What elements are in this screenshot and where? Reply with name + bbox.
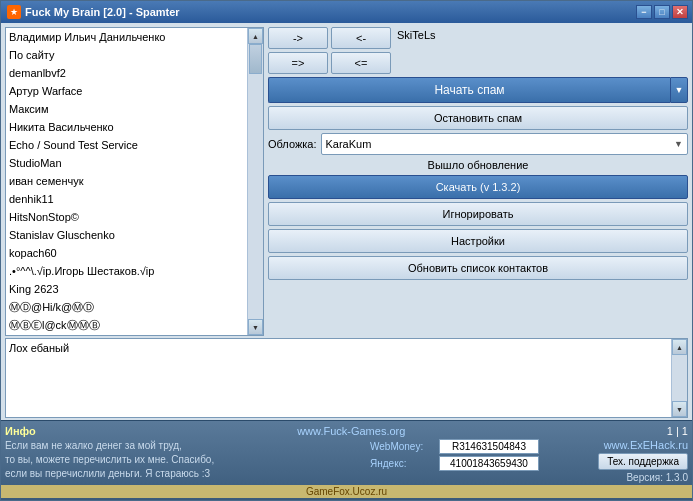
update-label: Вышло обновление [268,158,688,172]
list-item[interactable]: StudioMan [6,154,247,172]
arrows-section: -> <- => <= [268,27,391,74]
list-item[interactable]: Владимир Ильич Данильченко [6,28,247,46]
list-item[interactable]: King 2623 [6,280,247,298]
dropdown-icon: ▼ [674,139,683,149]
main-window: ★ Fuck My Brain [2.0] - Spamter − □ ✕ Вл… [0,0,693,501]
spam-section: Начать спам ▼ Остановить спам Обложка: K… [268,77,688,280]
list-item[interactable]: Никита Васильченко [6,118,247,136]
cover-row: Обложка: KaraKum ▼ [268,133,688,155]
list-item[interactable]: kopach60 [6,244,247,262]
info-label: Инфо [5,425,36,437]
cover-label: Обложка: [268,136,317,152]
scroll-up-button[interactable]: ▲ [248,28,263,44]
window-title: Fuck My Brain [2.0] - Spamter [25,6,180,18]
right-panel: -> <- => <= SkiTeLs Начать спам ▼ [266,23,692,338]
update-contacts-button[interactable]: Обновить список контактов [268,256,688,280]
start-spam-control: Начать спам ▼ [268,77,688,103]
footer-payment: WebMoney: R314631504843 Яндекс: 41001843… [370,439,570,485]
footer-site2: www.ExEHack.ru [604,439,688,451]
list-item[interactable]: Echo / Sound Test Service [6,136,247,154]
arrow-right-button[interactable]: -> [268,27,328,49]
list-item[interactable]: По сайту [6,46,247,64]
message-scrollbar[interactable]: ▲ ▼ [671,339,687,417]
list-item[interactable]: Артур Warface [6,82,247,100]
msg-scroll-down[interactable]: ▼ [672,401,687,417]
webmoney-label: WebMoney: [370,441,435,452]
arrow-left2-button[interactable]: <= [331,52,391,74]
main-content: Владимир Ильич Данильченко По сайту dema… [1,23,692,338]
footer-desc-line2: то вы, можете перечислить их мне. Спасиб… [5,453,362,467]
title-bar: ★ Fuck My Brain [2.0] - Spamter − □ ✕ [1,1,692,23]
yandex-label: Яндекс: [370,458,435,469]
footer-desc-line1: Если вам не жалко денег за мой труд, [5,439,362,453]
minimize-button[interactable]: − [636,5,652,19]
list-item[interactable]: ⓂⒷⒺl@ckⓂⓂⒷ [6,316,247,334]
version-label: Версия: 1.3.0 [626,472,688,483]
footer-right: www.ExEHack.ru Тех. поддержка Версия: 1.… [578,439,688,485]
contact-list-scrollbar[interactable]: ▲ ▼ [247,28,263,335]
skitels-label: SkiTeLs [395,27,438,74]
start-spam-button[interactable]: Начать спам [268,77,670,103]
contact-list-container: Владимир Ильич Данильченко По сайту dema… [5,27,264,336]
list-item[interactable]: HitsNonStop© [6,208,247,226]
ignore-button[interactable]: Игнорировать [268,202,688,226]
cover-select[interactable]: KaraKum ▼ [321,133,689,155]
list-item[interactable]: .•°^^\.√ip.Игорь Шестаков.√ip [6,262,247,280]
app-icon: ★ [7,5,21,19]
list-item[interactable]: ⓂⒹ@Hi/k@ⓂⒹ [6,298,247,316]
maximize-button[interactable]: □ [654,5,670,19]
footer-pages: 1 | 1 [667,425,688,437]
arrow-left-button[interactable]: <- [331,27,391,49]
list-item[interactable]: иван семенчук [6,172,247,190]
list-item[interactable]: demanlbvf2 [6,64,247,82]
message-area-container: Лох ебаный ▲ ▼ [5,338,688,418]
list-item[interactable]: denhik11 [6,190,247,208]
message-textarea[interactable]: Лох ебаный [6,339,671,417]
support-button[interactable]: Тех. поддержка [598,453,688,470]
download-button[interactable]: Скачать (v 1.3.2) [268,175,688,199]
left-panel: Владимир Ильич Данильченко По сайту dema… [1,23,266,338]
close-button[interactable]: ✕ [672,5,688,19]
start-spam-dropdown[interactable]: ▼ [670,77,688,103]
cover-value: KaraKum [326,138,372,150]
msg-scroll-up[interactable]: ▲ [672,339,687,355]
yandex-value: 41001843659430 [439,456,539,471]
list-item[interactable]: Stanislav Gluschenko [6,226,247,244]
settings-button[interactable]: Настройки [268,229,688,253]
bottom-section: Лох ебаный ▲ ▼ [1,338,692,420]
window-controls: − □ ✕ [636,5,688,19]
stop-spam-button[interactable]: Остановить спам [268,106,688,130]
webmoney-value: R314631504843 [439,439,539,454]
contact-list: Владимир Ильич Данильченко По сайту dema… [6,28,247,335]
footer: Инфо www.Fuck-Games.org 1 | 1 Если вам н… [1,420,692,500]
scroll-thumb[interactable] [249,44,262,74]
arrow-right2-button[interactable]: => [268,52,328,74]
footer-desc-line3: если вы перечислили деньги. Я стараюсь :… [5,467,362,481]
footer-site1: www.Fuck-Games.org [297,425,405,437]
footer-description: Если вам не жалко денег за мой труд, то … [5,439,362,485]
footer-bottom-bar: GameFox.Ucoz.ru [1,485,692,498]
list-item[interactable]: Максим [6,100,247,118]
scroll-down-button[interactable]: ▼ [248,319,263,335]
